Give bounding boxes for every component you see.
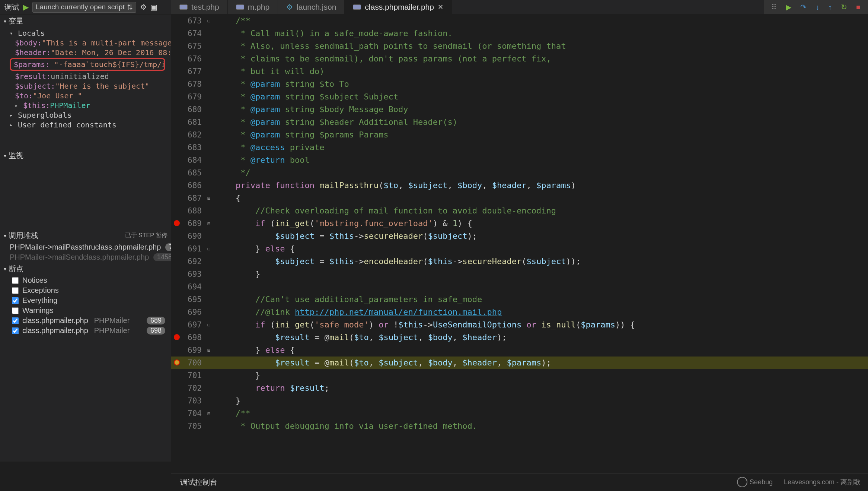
code-line-700[interactable]: 700 $result = @mail($to, $subject, $body… [171,357,868,369]
start-debug-icon[interactable]: ▶ [23,3,29,12]
code-line-677[interactable]: 677 * but it will do) [171,65,868,78]
variables-section-header[interactable]: ▾ 变量 [0,15,171,28]
breakpoint-context: PHPMailer [94,326,130,335]
fold-gutter[interactable]: ⊟ [205,407,213,420]
step-out-icon[interactable]: ↑ [828,3,832,12]
code-line-686[interactable]: 686 private function mailPassthru($to, $… [171,179,868,192]
variable-subject[interactable]: $subject: "Here is the subject" [0,81,171,91]
close-icon[interactable]: ✕ [438,3,443,11]
code-editor[interactable]: 673⊟ /**674 * Call mail() in a safe_mode… [171,15,868,462]
line-number: 700 [182,357,205,369]
breakpoint-checkbox[interactable] [12,287,19,294]
watch-section-header[interactable]: ▾ 监视 [0,149,171,162]
code-line-689[interactable]: 689⊟ if (ini_get('mbstring.func_overload… [171,217,868,230]
fold-gutter[interactable]: ⊟ [205,243,213,255]
variable-to[interactable]: $to: "Joe User " [0,91,171,101]
chevron-right-icon: ▸ [10,112,18,118]
variable-body[interactable]: $body: "This is a multi-part message in … [0,38,171,48]
tab-test-php[interactable]: test.php [171,0,228,14]
code-line-702[interactable]: 702 return $result; [171,382,868,395]
tab-class-phpmailer-php[interactable]: class.phpmailer.php✕ [345,0,452,14]
breakpoint-label: class.phpmailer.php [22,326,88,335]
code-line-704[interactable]: 704⊟ /** [171,407,868,420]
breakpoint-item[interactable]: class.phpmailer.phpPHPMailer698 [0,326,171,336]
code-line-694[interactable]: 694 [171,281,868,293]
code-line-679[interactable]: 679 * @param string $subject Subject [171,91,868,103]
tab-launch-json[interactable]: ⚙launch.json [278,0,345,14]
code-line-676[interactable]: 676 * claims to be sendmail), don't pass… [171,53,868,65]
code-line-675[interactable]: 675 * Also, unless sendmail_path points … [171,40,868,53]
fold-gutter[interactable]: ⊟ [205,319,213,331]
callstack-frame[interactable]: PHPMailer->mailPassthruclass.phpmailer.p… [0,242,171,252]
breakpoint-item[interactable]: Everything [0,295,171,305]
breakpoint-gutter[interactable] [171,331,182,344]
fold-gutter[interactable]: ⊟ [205,217,213,230]
code-line-691[interactable]: 691⊟ } else { [171,243,868,255]
breakpoint-checkbox[interactable] [12,277,19,284]
continue-icon[interactable]: ▶ [786,3,791,12]
restart-icon[interactable]: ↻ [841,3,847,12]
fold-gutter[interactable]: ⊟ [205,344,213,357]
debug-console-icon[interactable]: ▣ [150,3,157,12]
breakpoint-checkbox[interactable] [12,317,19,324]
gear-icon[interactable]: ⚙ [140,3,147,12]
code-line-687[interactable]: 687⊟ { [171,192,868,205]
code-line-674[interactable]: 674 * Call mail() in a safe_mode-aware f… [171,27,868,40]
code-line-684[interactable]: 684 * @return bool [171,154,868,167]
code-line-690[interactable]: 690 $subject = $this->secureHeader($subj… [171,230,868,243]
breakpoint-item[interactable]: Warnings [0,305,171,316]
fold-gutter[interactable]: ⊟ [205,15,213,27]
line-number: 698 [182,331,205,344]
code-line-680[interactable]: 680 * @param string $body Message Body [171,103,868,116]
variable-result[interactable]: $result: uninitialized [0,72,171,81]
variable-this[interactable]: ▸$this: PHPMailer [0,101,171,110]
callstack-section-header[interactable]: ▾ 调用堆栈 已于 STEP 暂停 [0,229,171,242]
breakpoint-checkbox[interactable] [12,327,19,334]
breakpoint-checkbox[interactable] [12,307,19,314]
variables-tree: ▾ Locals $body: "This is a multi-part me… [0,28,171,130]
locals-group[interactable]: ▾ Locals [0,28,171,38]
code-line-681[interactable]: 681 * @param string $header Additional H… [171,116,868,129]
line-number: 704 [182,407,205,420]
chevron-down-icon: ▾ [4,233,6,239]
code-line-698[interactable]: 698 $result = @mail($to, $subject, $body… [171,331,868,344]
code-line-703[interactable]: 703 } [171,395,868,407]
drag-handle-icon[interactable]: ⠿ [771,3,777,12]
code-line-699[interactable]: 699⊟ } else { [171,344,868,357]
breakpoint-item[interactable]: Notices [0,275,171,285]
variable-params[interactable]: $params: "-faaaa`touch${IFS}/tmp/id`aaa@… [10,58,165,71]
breakpoint-item[interactable]: Exceptions [0,285,171,295]
code-line-692[interactable]: 692 $subject = $this->encodeHeader($this… [171,255,868,268]
breakpoint-checkbox[interactable] [12,297,19,304]
launch-config-select[interactable]: Launch currently open script ⇅ [32,2,136,13]
stop-icon[interactable]: ■ [856,3,861,12]
code-line-678[interactable]: 678 * @param string $to To [171,78,868,91]
code-content: $subject = $this->secureHeader($subject)… [213,230,477,243]
fold-gutter[interactable]: ⊟ [205,192,213,205]
breakpoints-section-header[interactable]: ▾ 断点 [0,262,171,275]
code-line-685[interactable]: 685 */ [171,167,868,179]
step-into-icon[interactable]: ↓ [816,3,819,12]
code-line-697[interactable]: 697⊟ if (ini_get('safe_mode') or !$this-… [171,319,868,331]
step-over-icon[interactable]: ↷ [800,3,807,12]
code-line-688[interactable]: 688 //Check overloading of mail function… [171,205,868,217]
code-line-683[interactable]: 683 * @access private [171,141,868,154]
code-content: $result = @mail($to, $subject, $body, $h… [213,331,507,344]
code-line-701[interactable]: 701 } [171,369,868,382]
callstack-frame[interactable]: PHPMailer->mailSendclass.phpmailer.php14… [0,252,171,262]
breakpoint-gutter[interactable] [171,217,182,230]
tab-m-php[interactable]: m.php [228,0,278,14]
breakpoint-dot-icon [174,220,180,226]
code-line-673[interactable]: 673⊟ /** [171,15,868,27]
code-line-682[interactable]: 682 * @param string $params Params [171,129,868,141]
code-line-695[interactable]: 695 //Can't use additional_parameters in… [171,293,868,306]
code-line-693[interactable]: 693 } [171,268,868,281]
breakpoint-item[interactable]: class.phpmailer.phpPHPMailer689 [0,316,171,326]
breakpoint-context: PHPMailer [94,316,130,325]
code-line-696[interactable]: 696 //@link http://php.net/manual/en/fun… [171,306,868,319]
breakpoint-gutter[interactable] [171,357,182,369]
superglobals-group[interactable]: ▸ Superglobals [0,110,171,120]
variable-header[interactable]: $header: "Date: Mon, 26 Dec 2016 08:47:5… [0,48,171,57]
code-line-705[interactable]: 705 * Output debugging info via user-def… [171,420,868,433]
userconst-group[interactable]: ▸ User defined constants [0,120,171,130]
